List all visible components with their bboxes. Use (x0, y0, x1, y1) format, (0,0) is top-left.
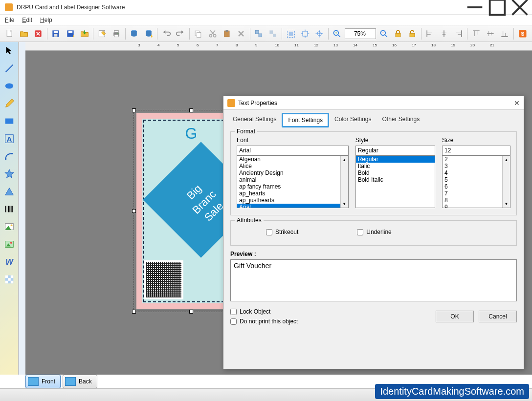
tab-color-settings[interactable]: Color Settings (329, 113, 377, 127)
list-item[interactable]: Ancientry Design (237, 169, 348, 176)
underline-checkbox[interactable]: Underline (357, 229, 391, 235)
open-button[interactable] (17, 27, 30, 41)
list-item[interactable]: Arial (237, 204, 348, 208)
list-item[interactable]: animal (237, 176, 348, 183)
duplicate-button[interactable] (252, 27, 266, 41)
rect-tool[interactable] (2, 114, 16, 128)
zoomin-button[interactable] (331, 27, 344, 41)
list-item[interactable]: Italic (356, 163, 435, 169)
copy-button[interactable] (192, 27, 205, 41)
list-item[interactable]: ap fancy frames (237, 183, 348, 190)
list-item[interactable]: ap_justhearts (237, 197, 348, 204)
cut-button[interactable] (206, 27, 219, 41)
align-center-button[interactable] (438, 27, 451, 41)
size-listbox[interactable]: 23456789 ▲▼ (442, 155, 510, 208)
cancel-button[interactable]: Cancel (479, 311, 517, 322)
barcode-tool[interactable] (2, 202, 16, 216)
menu-edit[interactable]: Edit (22, 17, 32, 23)
list-item[interactable]: Bold Italic (356, 176, 435, 183)
qr-code[interactable] (144, 260, 183, 299)
list-item[interactable]: Alice (237, 163, 348, 169)
size-scrollbar[interactable]: ▲▼ (502, 156, 510, 208)
wordart-tool[interactable]: W (2, 255, 16, 269)
menu-help[interactable]: Help (40, 17, 52, 23)
line-tool[interactable] (2, 62, 16, 75)
redo-button[interactable] (174, 27, 187, 41)
triangle-tool[interactable] (2, 185, 16, 198)
new-button[interactable] (3, 27, 16, 41)
font-input[interactable] (237, 146, 349, 155)
list-item[interactable]: Regular (356, 156, 435, 163)
tab-other-settings[interactable]: Other Settings (377, 113, 425, 127)
align-bottom-button[interactable] (498, 27, 511, 41)
save-button[interactable] (49, 27, 63, 41)
arc-tool[interactable] (2, 149, 16, 163)
lock-object-checkbox[interactable]: Lock Object (230, 308, 298, 315)
style-input[interactable] (355, 146, 435, 155)
tab-back[interactable]: Back (63, 375, 97, 388)
data-button[interactable] (128, 27, 141, 41)
list-item[interactable]: ap_hearts (237, 190, 348, 197)
list-item[interactable]: 2 (443, 156, 510, 163)
tab-font-settings[interactable]: Font Settings (282, 113, 329, 127)
zoom-input[interactable] (345, 28, 376, 39)
tab-front[interactable]: Front (25, 375, 61, 388)
grid-button[interactable] (312, 27, 326, 41)
zoomout-button[interactable] (377, 27, 390, 41)
dialog-titlebar[interactable]: Text Properties ✕ (223, 96, 524, 110)
selectall-button[interactable] (284, 27, 297, 41)
list-item[interactable]: 5 (443, 176, 510, 183)
data2-button[interactable] (142, 27, 155, 41)
align-middle-button[interactable] (484, 27, 497, 41)
left-scrollbar[interactable] (19, 42, 25, 375)
dialog-close-button[interactable]: ✕ (514, 99, 520, 107)
list-item[interactable]: Algerian (237, 156, 348, 163)
align-right-button[interactable] (452, 27, 465, 41)
close-file-button[interactable] (31, 27, 44, 41)
pencil-tool[interactable] (2, 97, 16, 110)
style-listbox[interactable]: RegularItalicBoldBold Italic (355, 155, 435, 208)
ellipse-tool[interactable] (2, 79, 16, 93)
image-tool[interactable] (2, 220, 16, 233)
do-not-print-checkbox[interactable]: Do not print this object (230, 318, 298, 325)
print-button[interactable] (110, 27, 123, 41)
list-item[interactable]: 7 (443, 190, 510, 197)
svg-point-26 (213, 34, 216, 37)
font-listbox[interactable]: AlgerianAliceAncientry Designanimalap fa… (237, 155, 349, 208)
pointer-tool[interactable] (2, 44, 16, 58)
menu-file[interactable]: File (5, 17, 14, 23)
list-item[interactable]: Bold (356, 169, 435, 176)
ok-button[interactable]: OK (436, 311, 474, 322)
svg-marker-20 (151, 34, 153, 38)
minimize-button[interactable] (464, 0, 486, 15)
preview-box: Gift Voucher (230, 259, 517, 301)
list-item[interactable]: 6 (443, 183, 510, 190)
edit-button[interactable] (95, 27, 109, 41)
lock-button[interactable] (391, 27, 404, 41)
group-button[interactable] (266, 27, 280, 41)
picture-tool[interactable] (2, 237, 16, 251)
pattern-tool[interactable] (2, 273, 16, 286)
star-tool[interactable] (2, 167, 16, 181)
delete-button[interactable] (234, 27, 247, 41)
paste-button[interactable] (220, 27, 233, 41)
export-button[interactable] (78, 27, 91, 41)
unlock-button[interactable] (405, 27, 419, 41)
size-input[interactable] (442, 146, 510, 155)
align-left-button[interactable] (423, 27, 437, 41)
snap-button[interactable] (298, 27, 311, 41)
close-button[interactable] (509, 0, 531, 15)
list-item[interactable]: 3 (443, 163, 510, 169)
text-tool[interactable]: A (2, 132, 16, 146)
list-item[interactable]: 4 (443, 169, 510, 176)
currency-button[interactable]: $ (516, 27, 529, 41)
undo-button[interactable] (159, 27, 173, 41)
strikeout-checkbox[interactable]: Strikeout (266, 229, 298, 235)
saveas-button[interactable] (64, 27, 77, 41)
list-item[interactable]: 9 (443, 204, 510, 208)
font-scrollbar[interactable]: ▲▼ (340, 156, 348, 208)
maximize-button[interactable] (486, 0, 509, 15)
tab-general-settings[interactable]: General Settings (227, 113, 282, 127)
align-top-button[interactable] (469, 27, 483, 41)
list-item[interactable]: 8 (443, 197, 510, 204)
